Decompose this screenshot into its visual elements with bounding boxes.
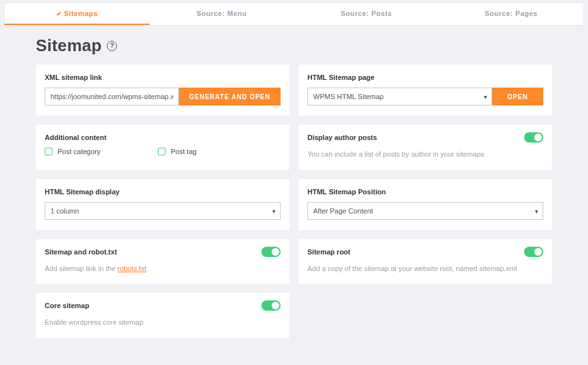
label-display-author: Display author posts bbox=[307, 134, 543, 141]
label-robots: Sitemap and robot.txt bbox=[45, 248, 281, 256]
desc-root: Add a copy of the sitemap at your websit… bbox=[307, 263, 543, 274]
checkbox-post-tag[interactable]: Post tag bbox=[158, 148, 196, 155]
toggle-root[interactable] bbox=[524, 247, 543, 257]
label-html-position: HTML Sitemap Position bbox=[307, 188, 543, 196]
card-display-author: Display author posts You can include a l… bbox=[298, 125, 552, 170]
tab-source-posts[interactable]: Source: Posts bbox=[294, 3, 439, 25]
card-html-display: HTML Sitemap display 1 column ▾ bbox=[36, 179, 290, 230]
label-html-page: HTML Sitemap page bbox=[307, 74, 543, 81]
card-robots: Sitemap and robot.txt Add sitemap link i… bbox=[36, 239, 290, 284]
xml-link-input[interactable] bbox=[45, 88, 179, 105]
tab-source-menu[interactable]: Source: Menu bbox=[150, 3, 295, 25]
card-root: Sitemap root Add a copy of the sitemap a… bbox=[298, 239, 552, 284]
checkbox-post-category[interactable]: Post category bbox=[45, 148, 100, 155]
toggle-display-author[interactable] bbox=[524, 132, 543, 143]
checkbox-icon bbox=[45, 148, 52, 155]
tabbar: ✔Sitemaps Source: Menu Source: Posts Sou… bbox=[4, 3, 584, 26]
label-additional: Additional content bbox=[45, 134, 281, 141]
tab-sitemaps[interactable]: ✔Sitemaps bbox=[4, 3, 150, 25]
html-display-select[interactable]: 1 column bbox=[45, 202, 281, 220]
label-html-display: HTML Sitemap display bbox=[45, 188, 281, 196]
html-position-select[interactable]: After Page Content bbox=[307, 202, 543, 220]
tab-source-pages[interactable]: Source: Pages bbox=[439, 3, 584, 25]
card-xml-link: XML sitemap link GENERATE AND OPEN bbox=[36, 65, 290, 116]
card-core: Core sitemap Enable wordpress core sitem… bbox=[36, 293, 290, 338]
html-page-select[interactable]: WPMS HTML Sitemap bbox=[307, 88, 492, 105]
desc-robots: Add sitemap link in the robots.txt bbox=[45, 263, 281, 274]
toggle-core[interactable] bbox=[261, 300, 281, 311]
title-row: Sitemap ? bbox=[36, 36, 552, 56]
card-additional-content: Additional content Post category Post ta… bbox=[36, 125, 290, 170]
label-xml-link: XML sitemap link bbox=[45, 74, 281, 81]
card-html-position: HTML Sitemap Position After Page Content… bbox=[298, 179, 552, 230]
desc-core: Enable wordpress core sitemap bbox=[45, 317, 281, 328]
card-html-page: HTML Sitemap page WPMS HTML Sitemap ▾ OP… bbox=[298, 65, 552, 116]
check-icon: ✔ bbox=[56, 10, 62, 17]
page-title: Sitemap bbox=[36, 36, 102, 56]
label-core: Core sitemap bbox=[45, 302, 281, 309]
help-icon[interactable]: ? bbox=[107, 41, 117, 51]
toggle-robots[interactable] bbox=[261, 247, 281, 257]
open-button[interactable]: OPEN bbox=[492, 88, 543, 105]
checkbox-icon bbox=[158, 148, 166, 155]
tab-label: Sitemaps bbox=[64, 10, 98, 17]
desc-display-author: You can include a list of posts by autho… bbox=[307, 149, 543, 160]
generate-open-button[interactable]: GENERATE AND OPEN bbox=[179, 88, 281, 105]
robots-link[interactable]: robots.txt bbox=[118, 265, 146, 272]
label-root: Sitemap root bbox=[307, 248, 543, 256]
